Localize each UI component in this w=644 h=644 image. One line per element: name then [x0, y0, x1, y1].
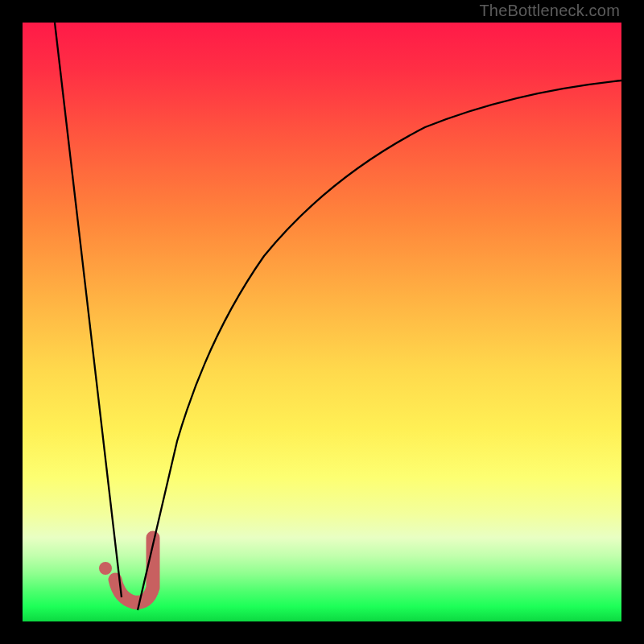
right-curve	[138, 80, 621, 610]
chart-curves	[23, 23, 621, 621]
plot-area	[23, 23, 621, 621]
j-marker-dot	[99, 562, 112, 575]
left-line	[55, 23, 122, 597]
chart-frame: TheBottleneck.com	[0, 0, 644, 644]
watermark-text: TheBottleneck.com	[479, 2, 620, 20]
